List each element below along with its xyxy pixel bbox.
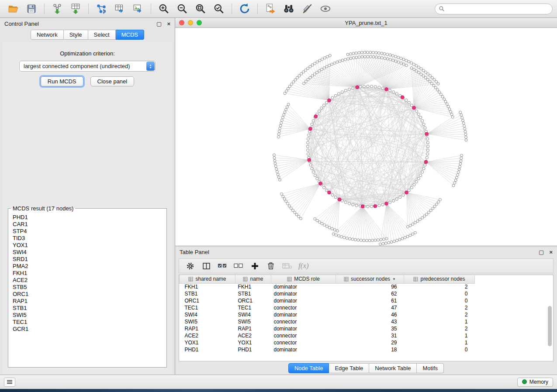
- tab-select[interactable]: Select: [88, 30, 116, 40]
- status-menu-icon[interactable]: [4, 378, 15, 387]
- table-cell-predecessors[interactable]: 2: [404, 304, 475, 311]
- delete-column-icon[interactable]: [264, 260, 277, 272]
- table-cell-successors[interactable]: 29: [336, 339, 404, 346]
- search-input[interactable]: [435, 3, 553, 14]
- table-cell-successors[interactable]: 46: [336, 311, 404, 318]
- table-cell-shared_name[interactable]: STB1: [180, 290, 235, 297]
- column-header-mcds-role[interactable]: MCDS role: [271, 275, 336, 283]
- column-header-predecessor-nodes[interactable]: predecessor nodes: [404, 275, 475, 283]
- mcds-result-item[interactable]: PMA2: [13, 263, 162, 270]
- table-cell-successors[interactable]: 61: [336, 297, 404, 304]
- table-cell-role[interactable]: connector: [271, 339, 336, 346]
- table-cell-name[interactable]: ORC1: [235, 297, 271, 304]
- column-header-name[interactable]: name: [235, 275, 271, 283]
- float-table-panel-icon[interactable]: ▢: [539, 249, 544, 255]
- table-scrollbar[interactable]: [548, 285, 552, 358]
- table-cell-predecessors[interactable]: 1: [404, 332, 475, 339]
- table-row[interactable]: RAP1RAP1dominator352: [180, 325, 475, 332]
- mcds-result-item[interactable]: ORC1: [13, 291, 162, 298]
- mcds-result-item[interactable]: FKH1: [13, 270, 162, 277]
- open-session-icon[interactable]: [4, 2, 22, 16]
- select-all-icon[interactable]: [216, 260, 229, 272]
- table-cell-shared_name[interactable]: FKH1: [180, 283, 235, 290]
- table-cell-successors[interactable]: 18: [336, 346, 404, 353]
- tab-node-table[interactable]: Node Table: [288, 363, 329, 373]
- show-columns-icon[interactable]: [200, 260, 213, 272]
- optimization-criterion-dropdown[interactable]: largest connected component (undirected)…: [19, 61, 156, 72]
- table-cell-shared_name[interactable]: TEC1: [180, 304, 235, 311]
- close-window-icon[interactable]: [179, 20, 184, 25]
- network-canvas[interactable]: [175, 28, 557, 246]
- column-header-shared-name[interactable]: shared name: [180, 275, 235, 283]
- float-panel-icon[interactable]: ▢: [156, 21, 162, 27]
- table-row[interactable]: TEC1TEC1connector472: [180, 304, 475, 311]
- zoom-in-icon[interactable]: [155, 2, 173, 16]
- table-row[interactable]: STB1STB1dominator620: [180, 290, 475, 297]
- mcds-result-item[interactable]: TID3: [13, 235, 162, 242]
- clear-style-icon[interactable]: [298, 2, 316, 16]
- close-panel-button[interactable]: Close panel: [90, 76, 135, 86]
- tab-network-table[interactable]: Network Table: [369, 363, 417, 373]
- table-row[interactable]: SWI4SWI4dominator462: [180, 311, 475, 318]
- memory-button[interactable]: Memory: [517, 378, 553, 387]
- show-hide-icon[interactable]: [317, 2, 334, 16]
- table-cell-name[interactable]: YOX1: [235, 339, 271, 346]
- save-session-icon[interactable]: [23, 2, 40, 16]
- table-cell-name[interactable]: FKH1: [235, 283, 271, 290]
- zoom-selected-icon[interactable]: [210, 2, 228, 16]
- table-cell-role[interactable]: dominator: [271, 311, 336, 318]
- table-row[interactable]: YOX1YOX1connector291: [180, 339, 475, 346]
- search-network-icon[interactable]: [280, 2, 298, 16]
- minimize-window-icon[interactable]: [188, 20, 193, 25]
- mcds-result-item[interactable]: SWI5: [13, 312, 162, 319]
- import-table-from-file-icon[interactable]: [67, 2, 84, 16]
- table-cell-predecessors[interactable]: 0: [404, 297, 475, 304]
- column-header-successor-nodes[interactable]: successor nodes ▼: [336, 275, 404, 283]
- tab-motifs[interactable]: Motifs: [417, 363, 444, 373]
- tab-style[interactable]: Style: [64, 30, 88, 40]
- table-cell-successors[interactable]: 43: [336, 318, 404, 325]
- tab-edge-table[interactable]: Edge Table: [329, 363, 369, 373]
- table-cell-predecessors[interactable]: 0: [404, 290, 475, 297]
- new-table-icon[interactable]: [111, 2, 128, 16]
- table-cell-role[interactable]: dominator: [271, 290, 336, 297]
- table-cell-predecessors[interactable]: 2: [404, 283, 475, 290]
- table-cell-shared_name[interactable]: PHD1: [180, 346, 235, 353]
- new-network-icon[interactable]: [93, 2, 110, 16]
- network-window-titlebar[interactable]: YPA_prune.txt_1: [175, 18, 557, 28]
- refresh-layout-icon[interactable]: [236, 2, 253, 16]
- tab-network[interactable]: Network: [31, 30, 64, 40]
- mcds-result-item[interactable]: STP4: [13, 228, 162, 235]
- table-row[interactable]: FKH1FKH1dominator962: [180, 283, 475, 290]
- table-cell-name[interactable]: STB1: [235, 290, 271, 297]
- table-cell-name[interactable]: RAP1: [235, 325, 271, 332]
- mcds-result-item[interactable]: PHD1: [13, 214, 162, 221]
- close-table-panel-icon[interactable]: ×: [549, 249, 553, 255]
- table-cell-shared_name[interactable]: SWI5: [180, 318, 235, 325]
- table-cell-name[interactable]: SWI5: [235, 318, 271, 325]
- mcds-result-list[interactable]: PHD1CAR1STP4TID3YOX1SWI4SRD1PMA2FKH1ACE2…: [9, 213, 166, 334]
- table-cell-predecessors[interactable]: 1: [404, 318, 475, 325]
- tab-mcds[interactable]: MCDS: [116, 30, 144, 40]
- network-graph[interactable]: [175, 28, 557, 246]
- export-image-icon[interactable]: [129, 2, 147, 16]
- node-table-container[interactable]: shared name name MCDS role successor n: [179, 275, 554, 361]
- table-cell-role[interactable]: dominator: [271, 283, 336, 290]
- table-settings-gear-icon[interactable]: [183, 260, 197, 272]
- scrollbar-thumb[interactable]: [548, 306, 552, 346]
- mcds-result-item[interactable]: CAR1: [13, 221, 162, 228]
- import-network-from-file-icon[interactable]: [48, 2, 66, 16]
- mcds-result-item[interactable]: TEC1: [13, 319, 162, 326]
- table-row[interactable]: SWI5SWI5connector431: [180, 318, 475, 325]
- table-cell-name[interactable]: PHD1: [235, 346, 271, 353]
- zoom-fit-icon[interactable]: [192, 2, 209, 16]
- table-cell-predecessors[interactable]: 0: [404, 346, 475, 353]
- table-cell-shared_name[interactable]: YOX1: [180, 339, 235, 346]
- table-cell-role[interactable]: connector: [271, 318, 336, 325]
- mcds-result-item[interactable]: STB1: [13, 305, 162, 312]
- table-cell-role[interactable]: connector: [271, 332, 336, 339]
- table-cell-successors[interactable]: 62: [336, 290, 404, 297]
- table-cell-name[interactable]: TEC1: [235, 304, 271, 311]
- table-cell-predecessors[interactable]: 2: [404, 311, 475, 318]
- table-cell-role[interactable]: dominator: [271, 297, 336, 304]
